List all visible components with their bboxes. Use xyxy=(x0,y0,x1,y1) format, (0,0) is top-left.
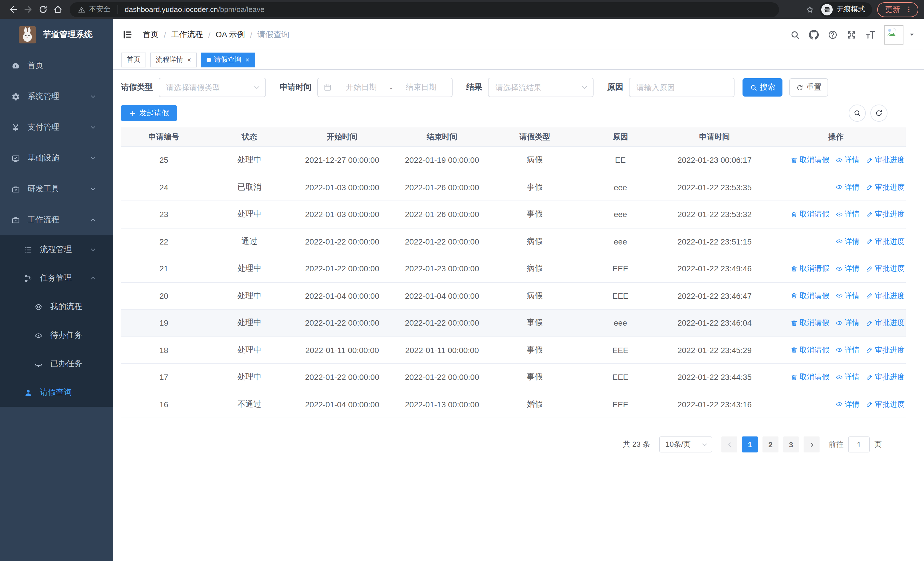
filter-form: 请假类型 申请时间 开始日期 - 结束日期 xyxy=(121,78,924,97)
eye-icon xyxy=(836,319,843,327)
cancel-leave-link[interactable]: 取消请假 xyxy=(790,291,829,301)
goto-page-input[interactable] xyxy=(848,436,870,453)
cell-type: 事假 xyxy=(492,209,578,220)
prev-page-button[interactable] xyxy=(722,436,737,453)
font-size-icon[interactable] xyxy=(865,29,876,40)
search-button-label: 搜索 xyxy=(760,82,776,93)
end-date-placeholder[interactable]: 结束日期 xyxy=(396,82,446,93)
fullscreen-icon[interactable] xyxy=(846,29,856,40)
next-page-button[interactable] xyxy=(804,436,819,453)
sidebar-item-home[interactable]: 首页 xyxy=(0,50,113,81)
sidebar-item-todo-tasks[interactable]: 待办任务 xyxy=(0,321,113,350)
detail-link[interactable]: 详情 xyxy=(836,399,860,410)
detail-link[interactable]: 详情 xyxy=(836,182,860,193)
cell-type: 病假 xyxy=(492,236,578,247)
browser-reload-icon[interactable] xyxy=(35,2,50,17)
kebab-menu-icon[interactable] xyxy=(904,5,913,14)
sidebar-item-payment-mgmt[interactable]: 支付管理 xyxy=(0,112,113,143)
tab-流程详情[interactable]: 流程详情× xyxy=(150,52,197,67)
progress-link[interactable]: 审批进度 xyxy=(866,291,904,301)
detail-link[interactable]: 详情 xyxy=(836,236,860,247)
sidebar-item-infrastructure[interactable]: 基础设施 xyxy=(0,143,113,174)
github-icon[interactable] xyxy=(809,29,819,40)
cancel-leave-label: 取消请假 xyxy=(800,155,829,165)
create-leave-button[interactable]: 发起请假 xyxy=(121,105,177,121)
page-button-2[interactable]: 2 xyxy=(762,436,778,453)
help-icon[interactable] xyxy=(828,29,838,40)
browser-home-icon[interactable] xyxy=(50,2,65,17)
reason-input[interactable] xyxy=(630,78,734,96)
result-select-input[interactable] xyxy=(489,78,593,96)
leave-type-select[interactable] xyxy=(159,78,266,97)
sidebar-item-workflow[interactable]: 工作流程 xyxy=(0,205,113,235)
start-date-placeholder[interactable]: 开始日期 xyxy=(336,82,387,93)
detail-link[interactable]: 详情 xyxy=(836,318,860,328)
cell-end: 2022-01-04 00:00:00 xyxy=(392,291,492,301)
result-select[interactable] xyxy=(488,78,594,97)
sidebar-item-process-mgmt[interactable]: 流程管理 xyxy=(0,235,113,264)
tab-首页[interactable]: 首页 xyxy=(121,52,146,67)
progress-link[interactable]: 审批进度 xyxy=(866,264,904,274)
browser-update-button[interactable]: 更新 xyxy=(877,2,918,17)
detail-link[interactable]: 详情 xyxy=(836,264,860,274)
reset-button[interactable]: 重置 xyxy=(789,78,828,96)
page-button-3[interactable]: 3 xyxy=(783,436,799,453)
sidebar-item-system-mgmt[interactable]: 系统管理 xyxy=(0,81,113,112)
bookmark-star-icon[interactable] xyxy=(805,5,814,14)
tab-请假查询[interactable]: 请假查询× xyxy=(201,52,255,67)
chevron-down-icon xyxy=(701,441,708,448)
sidebar-item-leave-query[interactable]: 请假查询 xyxy=(0,378,113,407)
progress-link[interactable]: 审批进度 xyxy=(866,209,904,220)
progress-link[interactable]: 审批进度 xyxy=(866,155,904,165)
address-bar[interactable]: 不安全 dashboard.yudao.iocoder.cn/bpm/oa/le… xyxy=(70,2,779,17)
tab-close-icon[interactable]: × xyxy=(187,56,191,64)
cancel-leave-link[interactable]: 取消请假 xyxy=(790,318,829,328)
progress-label: 审批进度 xyxy=(875,236,904,247)
detail-link[interactable]: 详情 xyxy=(836,209,860,220)
tab-close-icon[interactable]: × xyxy=(245,56,249,64)
sidebar-item-done-tasks[interactable]: 已办任务 xyxy=(0,350,113,378)
cell-apply_time: 2022-01-23 00:06:17 xyxy=(663,156,766,165)
progress-link[interactable]: 审批进度 xyxy=(866,345,904,355)
breadcrumb-item-oa[interactable]: OA 示例 xyxy=(216,29,245,40)
sidebar-item-task-mgmt[interactable]: 任务管理 xyxy=(0,264,113,292)
app-logo-row[interactable]: 芋道管理系统 xyxy=(0,19,113,50)
progress-link[interactable]: 审批进度 xyxy=(866,236,904,247)
browser-back-icon[interactable] xyxy=(6,2,21,17)
cancel-leave-link[interactable]: 取消请假 xyxy=(790,372,829,382)
apply-time-range-picker[interactable]: 开始日期 - 结束日期 xyxy=(317,78,453,97)
cancel-leave-link[interactable]: 取消请假 xyxy=(790,264,829,274)
cancel-leave-link[interactable]: 取消请假 xyxy=(790,155,829,165)
browser-forward-icon[interactable] xyxy=(21,2,35,17)
active-tab-dot xyxy=(207,57,211,62)
cell-start: 2022-01-03 00:00:00 xyxy=(292,210,392,219)
detail-link[interactable]: 详情 xyxy=(836,291,860,301)
breadcrumb-item-home[interactable]: 首页 xyxy=(142,29,159,40)
progress-link[interactable]: 审批进度 xyxy=(866,182,904,193)
pen-icon xyxy=(866,319,873,327)
avatar[interactable] xyxy=(884,25,903,44)
breadcrumb-item-workflow[interactable]: 工作流程 xyxy=(171,29,203,40)
pager: 123 xyxy=(722,436,819,453)
cancel-leave-link[interactable]: 取消请假 xyxy=(790,345,829,355)
cancel-leave-link[interactable]: 取消请假 xyxy=(790,209,829,220)
leave-type-select-input[interactable] xyxy=(159,78,266,96)
page-button-1[interactable]: 1 xyxy=(742,436,758,453)
search-icon[interactable] xyxy=(790,29,800,40)
detail-link[interactable]: 详情 xyxy=(836,155,860,165)
detail-link[interactable]: 详情 xyxy=(836,372,860,382)
pagination: 共 23 条 10条/页 123 前往 页 xyxy=(121,436,906,453)
progress-link[interactable]: 审批进度 xyxy=(866,399,904,410)
detail-link[interactable]: 详情 xyxy=(836,345,860,355)
avatar-caret-icon[interactable] xyxy=(909,32,915,38)
column-header: 开始时间 xyxy=(292,132,392,142)
sidebar-item-dev-tools[interactable]: 研发工具 xyxy=(0,174,113,205)
progress-link[interactable]: 审批进度 xyxy=(866,318,904,328)
sidebar-fold-icon[interactable] xyxy=(122,29,133,40)
sidebar-item-my-process[interactable]: 我的流程 xyxy=(0,292,113,321)
search-button[interactable]: 搜索 xyxy=(742,78,783,96)
page-size-select[interactable]: 10条/页 xyxy=(659,436,712,453)
toggle-search-button[interactable] xyxy=(849,105,866,122)
refresh-table-button[interactable] xyxy=(870,105,888,122)
progress-link[interactable]: 审批进度 xyxy=(866,372,904,382)
